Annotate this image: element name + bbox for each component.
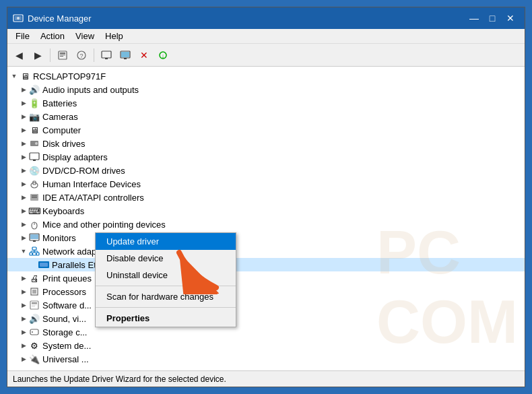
- update-driver-button[interactable]: ?: [73, 46, 90, 64]
- cameras-expand-icon: ▶: [20, 112, 28, 121]
- computer-item-icon: 🖥: [29, 125, 40, 135]
- svg-rect-5: [60, 55, 65, 55]
- parallels-icon: [38, 259, 49, 270]
- tree-item-print[interactable]: ▶ 🖨 Print queues: [7, 271, 525, 285]
- svg-rect-24: [32, 197, 37, 199]
- batteries-icon: 🔋: [29, 98, 40, 108]
- batteries-expand-icon: ▶: [20, 99, 28, 107]
- remove-button[interactable]: ✕: [135, 46, 153, 64]
- toolbar-monitor-btn[interactable]: [117, 46, 134, 64]
- tree-item-universal[interactable]: ▶ 🔌 Universal ...: [7, 352, 525, 366]
- tree-item-hid[interactable]: ▶ Human Interface Devices: [7, 177, 525, 191]
- audio-label: Audio inputs and outputs: [42, 85, 139, 95]
- tree-item-processors[interactable]: ▶ Processors: [7, 285, 525, 298]
- svg-rect-19: [33, 160, 36, 161]
- tree-item-disk[interactable]: ▶ Disk drives: [7, 137, 525, 150]
- root-label: RCSLAPTOP971F: [33, 71, 106, 81]
- cameras-icon: 📷: [29, 111, 40, 122]
- window-title: Device Manager: [28, 13, 465, 24]
- tree-item-system[interactable]: ▶ ⚙ System de...: [7, 339, 525, 352]
- disk-icon: [29, 138, 40, 149]
- audio-icon: 🔊: [29, 84, 40, 95]
- svg-rect-12: [121, 52, 129, 57]
- toolbar-separator-2: [94, 48, 94, 62]
- tree-item-parallels[interactable]: Parallels Ethernet Adapter: [7, 258, 525, 271]
- print-icon: 🖨: [29, 273, 40, 284]
- ctx-uninstall-device[interactable]: Uninstall device: [96, 267, 236, 284]
- computer-expand-icon: ▶: [20, 126, 28, 134]
- forward-button[interactable]: ▶: [29, 46, 46, 64]
- tree-item-mice[interactable]: ▶ Mice and other pointing devices: [7, 218, 525, 231]
- back-button[interactable]: ◀: [10, 46, 28, 64]
- disk-expand-icon: ▶: [20, 139, 28, 147]
- computer-label: Computer: [42, 125, 81, 135]
- device-tree[interactable]: ▼ 🖥 RCSLAPTOP971F ▶ 🔊 Audio inputs and o…: [7, 67, 525, 370]
- tree-item-storage[interactable]: ▶ Storage c...: [7, 325, 525, 339]
- audio-expand-icon: ▶: [20, 86, 28, 94]
- minimize-button[interactable]: —: [465, 9, 483, 27]
- tree-item-sound[interactable]: ▶ 🔊 Sound, vi...: [7, 312, 525, 325]
- context-menu: Update driver Disable device Uninstall d…: [95, 232, 236, 327]
- svg-rect-42: [32, 290, 36, 294]
- parallels-expand-icon: [29, 261, 37, 269]
- maximize-button[interactable]: □: [484, 9, 501, 27]
- tree-item-keyboards[interactable]: ▶ ⌨ Keyboards: [7, 204, 525, 218]
- dvd-expand-icon: ▶: [20, 166, 28, 174]
- network-expand-icon: ▼: [20, 247, 28, 255]
- menu-bar: File Action View Help: [7, 29, 525, 44]
- sound-icon: 🔊: [29, 313, 40, 324]
- tree-item-batteries[interactable]: ▶ 🔋 Batteries: [7, 96, 525, 110]
- svg-rect-29: [33, 240, 36, 242]
- ctx-properties[interactable]: Properties: [96, 310, 236, 327]
- tree-item-dvd[interactable]: ▶ 💿 DVD/CD-ROM drives: [7, 164, 525, 177]
- computer-icon: 🖥: [20, 71, 30, 81]
- svg-text:↓: ↓: [162, 53, 165, 59]
- display-button[interactable]: [98, 46, 115, 64]
- menu-view[interactable]: View: [70, 30, 100, 42]
- storage-icon: [29, 327, 40, 337]
- main-area: ▼ 🖥 RCSLAPTOP971F ▶ 🔊 Audio inputs and o…: [7, 67, 525, 370]
- svg-rect-32: [33, 253, 36, 255]
- ctx-scan-changes[interactable]: Scan for hardware changes: [96, 288, 236, 305]
- tree-root[interactable]: ▼ 🖥 RCSLAPTOP971F: [7, 69, 525, 83]
- processors-icon: [29, 286, 40, 297]
- tree-item-audio[interactable]: ▶ 🔊 Audio inputs and outputs: [7, 83, 525, 96]
- tree-item-display[interactable]: ▶ Display adapters: [7, 150, 525, 164]
- svg-rect-40: [40, 263, 48, 267]
- software-icon: [29, 300, 40, 310]
- svg-rect-44: [32, 302, 37, 304]
- svg-rect-33: [36, 253, 39, 255]
- dvd-icon: 💿: [29, 165, 40, 176]
- svg-rect-23: [32, 195, 37, 197]
- ctx-separator-2: [96, 307, 236, 308]
- properties-button[interactable]: [54, 46, 71, 64]
- tree-item-ide[interactable]: ▶ IDE ATA/ATAPI controllers: [7, 191, 525, 204]
- scan-button[interactable]: ↓: [154, 46, 172, 64]
- ctx-disable-device[interactable]: Disable device: [96, 250, 236, 267]
- keyboards-label: Keyboards: [42, 206, 84, 216]
- universal-label: Universal ...: [42, 354, 89, 364]
- tree-item-computer[interactable]: ▶ 🖥 Computer: [7, 123, 525, 137]
- menu-help[interactable]: Help: [100, 30, 129, 42]
- universal-expand-icon: ▶: [20, 355, 28, 363]
- ctx-update-driver[interactable]: Update driver: [96, 233, 236, 250]
- svg-rect-31: [30, 253, 32, 255]
- menu-action[interactable]: Action: [35, 30, 70, 42]
- app-icon: [13, 13, 24, 24]
- software-expand-icon: ▶: [20, 301, 28, 309]
- svg-rect-45: [32, 304, 37, 305]
- root-expand-icon: ▼: [10, 72, 18, 80]
- software-label: Software d...: [42, 300, 92, 310]
- menu-file[interactable]: File: [10, 30, 35, 42]
- monitors-expand-icon: ▶: [20, 234, 28, 242]
- svg-point-2: [17, 17, 20, 20]
- svg-rect-13: [124, 58, 127, 59]
- svg-rect-10: [105, 58, 108, 59]
- svg-text:?: ?: [79, 53, 83, 59]
- tree-item-cameras[interactable]: ▶ 📷 Cameras: [7, 110, 525, 123]
- tree-item-network[interactable]: ▼ Network adapters: [7, 244, 525, 258]
- mice-icon: [29, 219, 40, 230]
- close-button[interactable]: ✕: [502, 9, 519, 27]
- tree-item-monitors[interactable]: ▶ Monitors: [7, 231, 525, 244]
- tree-item-software[interactable]: ▶ Software d...: [7, 298, 525, 312]
